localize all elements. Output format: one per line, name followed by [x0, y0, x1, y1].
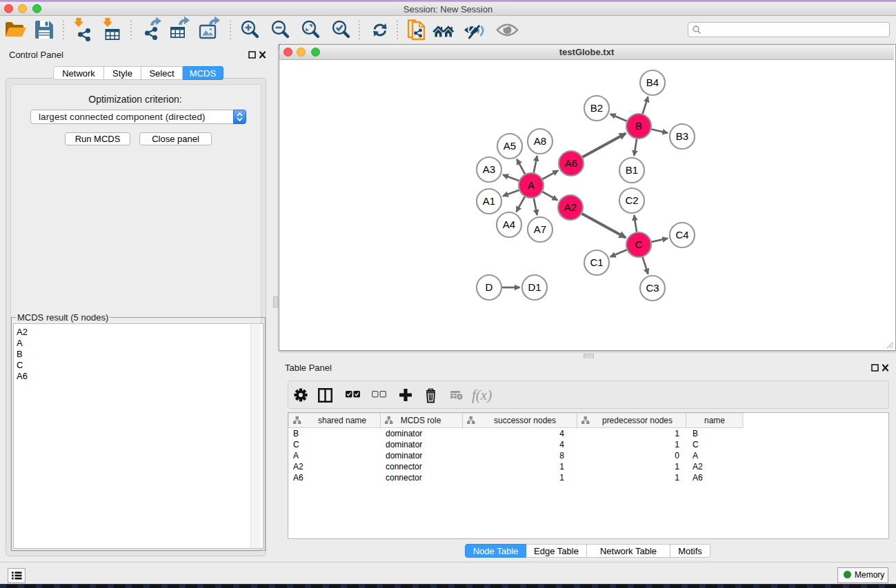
- svg-text:predecessor nodes: predecessor nodes: [602, 416, 673, 425]
- svg-text:B4: B4: [646, 77, 659, 88]
- svg-text:A6: A6: [565, 157, 577, 169]
- svg-text:C3: C3: [646, 282, 659, 294]
- svg-text:name: name: [704, 416, 725, 425]
- svg-text:A8: A8: [534, 135, 546, 147]
- svg-text:D1: D1: [528, 281, 541, 293]
- svg-text:A3: A3: [483, 163, 495, 175]
- svg-text:B2: B2: [590, 102, 603, 114]
- svg-text:A1: A1: [483, 195, 495, 207]
- svg-text:A2: A2: [564, 201, 577, 213]
- svg-text:D: D: [486, 281, 493, 293]
- svg-text:A: A: [528, 179, 535, 191]
- svg-text:A5: A5: [504, 140, 516, 152]
- svg-text:successor nodes: successor nodes: [494, 416, 556, 425]
- svg-text:C2: C2: [625, 194, 638, 206]
- svg-text:B3: B3: [676, 130, 688, 142]
- svg-text:B1: B1: [626, 164, 638, 176]
- svg-text:C4: C4: [675, 229, 688, 241]
- svg-text:A7: A7: [534, 223, 546, 235]
- svg-text:MCDS role: MCDS role: [401, 416, 441, 425]
- svg-text:B: B: [635, 120, 642, 132]
- svg-text:shared name: shared name: [318, 416, 366, 425]
- svg-text:C: C: [635, 239, 643, 250]
- svg-text:C1: C1: [590, 256, 603, 268]
- svg-text:f(x): f(x): [472, 387, 492, 403]
- svg-text:A4: A4: [503, 219, 515, 230]
